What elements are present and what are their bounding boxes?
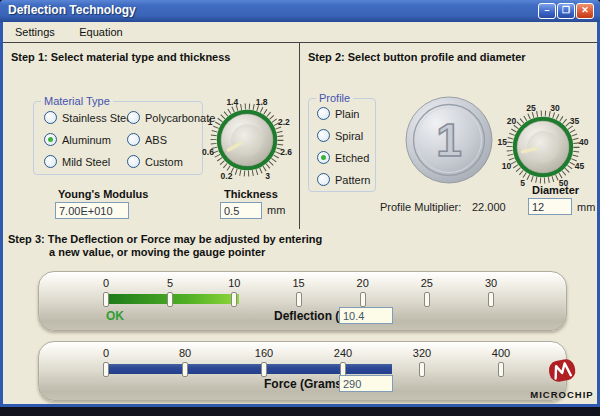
radio-icon — [127, 133, 140, 146]
radio-icon — [317, 129, 330, 142]
force-bar[interactable] — [106, 364, 392, 374]
radio-custom[interactable]: Custom — [127, 155, 183, 168]
tick-label: 15 — [292, 277, 304, 289]
tick-mark — [167, 292, 173, 307]
tick-label: 25 — [421, 277, 433, 289]
material-type-group-label: Material Type — [41, 95, 113, 107]
radio-abs[interactable]: ABS — [127, 133, 167, 146]
profile-group-label: Profile — [316, 92, 353, 104]
radio-plain[interactable]: Plain — [317, 107, 359, 120]
thickness-unit: mm — [267, 204, 285, 216]
radio-etched[interactable]: Etched — [317, 151, 369, 164]
profile-multiplier-value: 22.000 — [472, 201, 506, 213]
tick-label: 160 — [255, 347, 273, 359]
force-gauge: 0 80 160 240 320 400 Force (Grams) — [38, 341, 567, 401]
tick-label: 20 — [357, 277, 369, 289]
thickness-label: Thickness — [224, 188, 278, 200]
knob-tick-label: 30 — [550, 103, 560, 113]
radio-selected-icon — [317, 151, 330, 164]
deflection-value-field[interactable] — [339, 307, 393, 324]
force-gauge-label: Force (Grams) — [264, 377, 346, 391]
youngs-modulus-label: Young's Modulus — [58, 188, 148, 200]
tick-mark — [231, 292, 237, 307]
tick-mark — [103, 362, 109, 377]
radio-icon — [44, 155, 57, 168]
knob-tick-label: 10 — [502, 161, 512, 171]
tick-label: 0 — [103, 347, 109, 359]
force-scale: 0 80 160 240 320 400 — [106, 342, 501, 400]
profile-multiplier-label: Profile Multiplier: — [380, 201, 461, 213]
diameter-label: Diameter — [532, 184, 579, 196]
radio-label: ABS — [145, 134, 167, 146]
maximize-button[interactable]: ❐ — [557, 3, 575, 19]
tick-mark — [296, 292, 302, 307]
radio-label: Etched — [335, 152, 369, 164]
radio-label: Custom — [145, 156, 183, 168]
tick-mark — [498, 362, 504, 377]
tick-label: 320 — [413, 347, 431, 359]
tick-mark — [261, 362, 267, 377]
radio-selected-icon — [44, 133, 57, 146]
radio-pattern[interactable]: Pattern — [317, 173, 370, 186]
step2-panel: Step 2: Select button profile and diamet… — [300, 42, 597, 230]
knob-tick-label: 40 — [579, 137, 589, 147]
material-type-group: Material Type Stainless Steel Aluminum M… — [33, 101, 203, 175]
knob-tick-label: 3 — [265, 171, 270, 181]
tick-label: 80 — [179, 347, 191, 359]
force-value-field[interactable] — [339, 375, 393, 392]
knob-tick-label: 0.2 — [221, 171, 233, 181]
knob-tick-label: 35 — [570, 116, 580, 126]
tick-label: 240 — [334, 347, 352, 359]
radio-icon — [127, 155, 140, 168]
button-preview: 1 — [403, 94, 495, 186]
radio-label: Spiral — [335, 130, 363, 142]
radio-mild-steel[interactable]: Mild Steel — [44, 155, 110, 168]
radio-icon — [44, 111, 57, 124]
radio-stainless-steel[interactable]: Stainless Steel — [44, 111, 135, 124]
step3-heading-line1: Step 3: The Deflection or Force may be a… — [8, 233, 322, 245]
tick-mark — [424, 292, 430, 307]
knob-tick-label: 0.6 — [202, 147, 214, 157]
radio-icon — [317, 107, 330, 120]
tick-mark — [182, 362, 188, 377]
tick-mark — [360, 292, 366, 307]
radio-label: Mild Steel — [62, 156, 110, 168]
knob-tick-label: 2.6 — [280, 147, 292, 157]
knob-cap — [527, 131, 559, 163]
knob-cap — [231, 124, 263, 156]
thickness-knob[interactable]: 0.2 0.6 1 1.4 1.8 2.2 2.6 3 — [195, 84, 299, 196]
minimize-button[interactable]: – — [538, 3, 556, 19]
radio-spiral[interactable]: Spiral — [317, 129, 363, 142]
tick-mark — [488, 292, 494, 307]
microchip-logo: MICROCHIP — [525, 357, 599, 403]
knob-tick-label: 45 — [575, 161, 585, 171]
radio-icon — [317, 173, 330, 186]
knob-tick-label: 15 — [498, 137, 508, 147]
diameter-unit: mm — [577, 201, 595, 213]
step3-heading-line2: a new value, or moving the gauge pointer — [49, 246, 265, 258]
knob-tick-label: 25 — [526, 103, 536, 113]
radio-label: Aluminum — [62, 134, 111, 146]
radio-label: Plain — [335, 108, 359, 120]
menu-bar: Settings Equation — [3, 22, 597, 42]
knob-tick-label: 5 — [520, 178, 525, 188]
step3-panel: Step 3: The Deflection or Force may be a… — [3, 229, 597, 404]
knob-tick-label: 1 — [208, 117, 213, 127]
title-bar[interactable]: Deflection Technology – ❐ ✕ — [0, 0, 600, 22]
youngs-modulus-field[interactable] — [55, 202, 129, 219]
window-title: Deflection Technology — [8, 3, 136, 17]
menu-settings[interactable]: Settings — [7, 23, 63, 41]
knob-tick-label: 1.4 — [226, 97, 238, 107]
radio-label: Pattern — [335, 174, 370, 186]
menu-equation[interactable]: Equation — [71, 23, 130, 41]
step2-heading: Step 2: Select button profile and diamet… — [308, 51, 526, 63]
radio-icon — [127, 111, 140, 124]
diameter-field[interactable] — [528, 198, 572, 215]
radio-aluminum[interactable]: Aluminum — [44, 133, 111, 146]
tick-mark — [419, 362, 425, 377]
thickness-field[interactable] — [220, 202, 262, 219]
close-button[interactable]: ✕ — [576, 3, 594, 19]
tick-label: 400 — [492, 347, 510, 359]
deflection-gauge: 0 5 10 15 20 25 30 OK Deflection (um) — [38, 271, 567, 331]
deflection-status: OK — [106, 309, 124, 323]
